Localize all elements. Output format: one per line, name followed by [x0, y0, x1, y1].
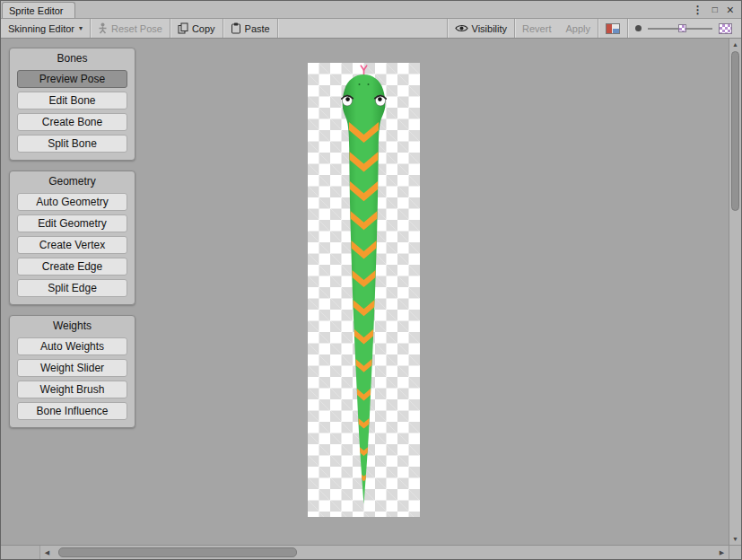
scroll-down-icon[interactable]: ▼	[729, 533, 741, 545]
panel-title: Geometry	[17, 173, 127, 189]
edit-geometry-button[interactable]: Edit Geometry	[17, 214, 127, 232]
vertical-scrollbar-thumb[interactable]	[731, 51, 739, 211]
zoom-min-icon	[635, 25, 642, 31]
texture-channel-button[interactable]	[598, 19, 627, 38]
paste-button[interactable]: Paste	[223, 19, 277, 38]
sprite-editor-window: Sprite Editor ⋮ □ × Skinning Editor ▾ Re…	[0, 0, 742, 560]
paste-icon	[231, 22, 241, 34]
create-bone-button[interactable]: Create Bone	[17, 113, 127, 131]
horizontal-scrollbar-thumb[interactable]	[58, 547, 297, 557]
skinning-editor-dropdown[interactable]: Skinning Editor ▾	[1, 19, 90, 38]
skinning-editor-label: Skinning Editor	[8, 23, 74, 34]
zoom-slider[interactable]	[648, 28, 712, 30]
scroll-left-icon[interactable]: ◀	[40, 546, 54, 559]
horizontal-scrollbar-track[interactable]	[54, 546, 715, 559]
panel-title: Bones	[17, 50, 127, 66]
vertical-scrollbar[interactable]: ▲ ▼	[729, 39, 741, 545]
reset-pose-button[interactable]: Reset Pose	[91, 19, 170, 38]
bone-influence-button[interactable]: Bone Influence	[17, 402, 127, 420]
scroll-up-icon[interactable]: ▲	[729, 39, 741, 50]
copy-icon	[178, 22, 188, 34]
auto-weights-button[interactable]: Auto Weights	[17, 337, 127, 355]
zoom-control	[628, 19, 741, 38]
revert-button[interactable]: Revert	[515, 19, 558, 38]
panel-geometry: GeometryAuto GeometryEdit GeometryCreate…	[9, 171, 135, 305]
toolbar-right-group: Visibility Revert Apply	[447, 19, 741, 38]
zoom-max-icon	[719, 23, 732, 34]
tab-sprite-editor[interactable]: Sprite Editor	[2, 2, 75, 18]
tab-title: Sprite Editor	[9, 5, 64, 16]
scroll-right-icon[interactable]: ▶	[715, 546, 729, 559]
preview-pose-button[interactable]: Preview Pose	[17, 70, 127, 88]
create-vertex-button[interactable]: Create Vertex	[17, 236, 127, 254]
panel-title: Weights	[17, 318, 127, 334]
visibility-button[interactable]: Visibility	[448, 19, 515, 38]
auto-geometry-button[interactable]: Auto Geometry	[17, 193, 127, 211]
visibility-label: Visibility	[472, 23, 508, 34]
horizontal-scrollbar[interactable]: ◀ ▶	[1, 545, 729, 559]
scrollbar-spacer	[1, 546, 40, 559]
close-icon[interactable]: ×	[727, 4, 734, 16]
toolbar-separator	[277, 19, 278, 38]
panel-bones: BonesPreview PoseEdit BoneCreate BoneSpl…	[9, 48, 135, 161]
skinning-canvas[interactable]: BonesPreview PoseEdit BoneCreate BoneSpl…	[1, 39, 729, 545]
tool-panels: BonesPreview PoseEdit BoneCreate BoneSpl…	[9, 48, 135, 428]
titlebar: Sprite Editor ⋮ □ ×	[1, 1, 741, 19]
chevron-down-icon: ▾	[79, 24, 83, 32]
snake-sprite	[308, 63, 420, 517]
texture-icon	[606, 23, 620, 34]
copy-button[interactable]: Copy	[170, 19, 223, 38]
titlebar-controls: ⋮ □ ×	[693, 4, 741, 18]
edit-bone-button[interactable]: Edit Bone	[17, 92, 127, 109]
apply-button[interactable]: Apply	[558, 19, 598, 38]
revert-label: Revert	[522, 23, 551, 34]
weight-slider-button[interactable]: Weight Slider	[17, 359, 127, 377]
panel-weights: WeightsAuto WeightsWeight SliderWeight B…	[9, 315, 135, 428]
scrollbar-corner	[729, 545, 741, 559]
paste-label: Paste	[245, 23, 270, 34]
copy-label: Copy	[192, 23, 215, 34]
create-edge-button[interactable]: Create Edge	[17, 258, 127, 276]
reset-pose-icon	[98, 22, 108, 34]
zoom-slider-thumb[interactable]	[678, 24, 686, 32]
eye-icon	[455, 23, 468, 33]
weight-brush-button[interactable]: Weight Brush	[17, 381, 127, 398]
toolbar: Skinning Editor ▾ Reset Pose Copy P	[1, 19, 741, 39]
apply-label: Apply	[565, 23, 590, 34]
reset-pose-label: Reset Pose	[111, 23, 162, 34]
maximize-icon[interactable]: □	[712, 5, 718, 14]
split-edge-button[interactable]: Split Edge	[17, 279, 127, 297]
window-menu-icon[interactable]: ⋮	[693, 4, 703, 15]
split-bone-button[interactable]: Split Bone	[17, 135, 127, 153]
sprite-frame[interactable]	[308, 63, 420, 517]
